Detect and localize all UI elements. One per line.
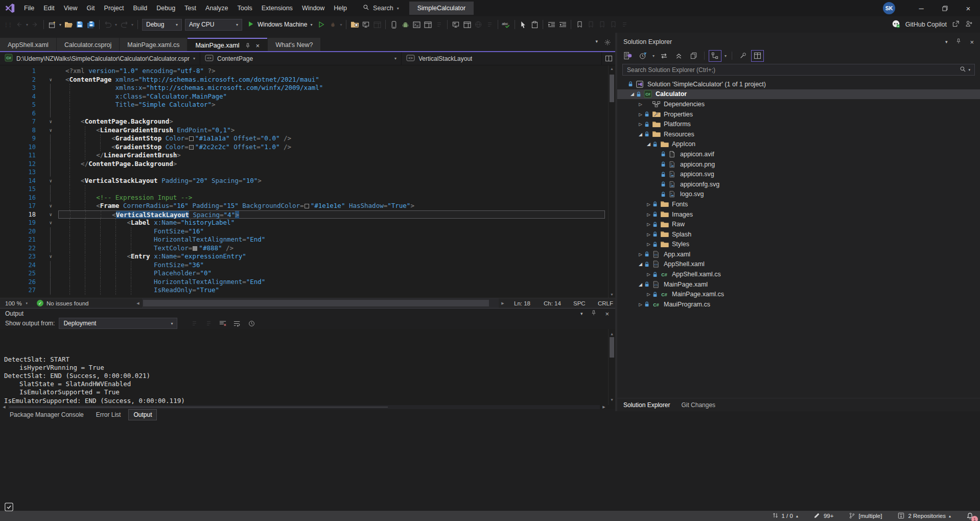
scroll-down-icon[interactable]: ▼ <box>609 293 615 296</box>
unpushed-changes[interactable]: 99+ <box>813 512 834 520</box>
window-preview-icon[interactable] <box>461 19 473 30</box>
expand-icon[interactable]: ▷ <box>645 232 652 237</box>
show-timestamps-icon[interactable] <box>246 318 257 329</box>
tab-what-s-new-[interactable]: What's New? <box>268 38 320 52</box>
track-active-item-icon[interactable] <box>709 50 721 62</box>
output-console[interactable]: ▲ ▼ DetectSlat: START isHyperVRunning = … <box>0 329 615 405</box>
scrollbar-thumb[interactable] <box>610 75 614 102</box>
code-editor[interactable]: 1<?xml version="1.0" encoding="utf-8" ?>… <box>0 65 608 298</box>
tree-item-mauiprogram.cs[interactable]: ▷C#MauiProgram.cs <box>617 299 980 310</box>
live-visual-tree-icon[interactable] <box>360 19 371 30</box>
terminal-window-icon[interactable] <box>411 19 422 30</box>
tree-item-appshell.xaml[interactable]: ◢<>AppShell.xaml <box>617 259 980 270</box>
breadcrumb-member-dropdown[interactable]: <> VerticalStackLayout <box>402 52 602 65</box>
close-icon[interactable]: × <box>605 310 609 318</box>
preview-selected-items-icon[interactable] <box>751 50 764 62</box>
tree-item-appicon[interactable]: ◢AppIcon <box>617 139 980 150</box>
avatar[interactable]: SK <box>883 2 895 14</box>
send-feedback-icon[interactable] <box>965 20 973 29</box>
tab-calculator-csproj[interactable]: Calculator.csproj <box>57 38 119 52</box>
output-vertical-scrollbar[interactable]: ▲ ▼ <box>608 329 615 405</box>
code-line-4[interactable]: 4 x:Class="Calculator.MainPage" <box>0 92 608 101</box>
split-editor-icon[interactable] <box>602 52 615 65</box>
menu-project[interactable]: Project <box>100 0 129 16</box>
clipboard-icon[interactable] <box>529 19 540 30</box>
chevron-down-icon[interactable]: ▾ <box>25 22 30 27</box>
tree-item-styles[interactable]: ▷Styles <box>617 240 980 250</box>
find-in-files-icon[interactable] <box>349 19 360 30</box>
menu-debug[interactable]: Debug <box>152 0 180 16</box>
tab-mainpage-xaml[interactable]: MainPage.xaml× <box>188 38 267 52</box>
fold-collapse-icon[interactable]: ∨ <box>36 177 58 185</box>
panel-tab-solution-explorer[interactable]: Solution Explorer <box>623 401 670 409</box>
scroll-left-icon[interactable]: ◀ <box>0 405 8 409</box>
tree-item-images[interactable]: ▷Images <box>617 209 980 220</box>
tree-item-solution-simplecalculator-1-of-1-project-[interactable]: Solution 'SimpleCalculator' (1 of 1 proj… <box>617 79 980 89</box>
window-position-chevron-icon[interactable]: ▾ <box>580 311 583 316</box>
color-swatch[interactable] <box>193 246 197 251</box>
color-swatch[interactable] <box>189 145 194 150</box>
scrollbar-thumb[interactable] <box>9 407 388 408</box>
format-comment-icon[interactable] <box>557 19 568 30</box>
fold-collapse-icon[interactable]: ∨ <box>36 76 58 84</box>
clear-all-icon[interactable] <box>217 318 228 329</box>
tree-item-appshell.xaml.cs[interactable]: ▷C#AppShell.xaml.cs <box>617 269 980 279</box>
scroll-down-icon[interactable]: ▼ <box>609 396 615 404</box>
code-line-23[interactable]: 23∨ <Entry x:Name="expressionEntry" <box>0 252 608 261</box>
tree-item-dependencies[interactable]: ▷Dependencies <box>617 99 980 109</box>
save-icon[interactable] <box>74 19 85 30</box>
scrollbar-thumb[interactable] <box>143 300 489 306</box>
search-box[interactable]: Search ▾ <box>363 4 399 12</box>
tree-item-calculator[interactable]: ◢C#Calculator <box>617 89 980 100</box>
goto-next-message-icon[interactable] <box>203 318 214 329</box>
scroll-right-icon[interactable]: ▶ <box>499 301 507 305</box>
repositories[interactable]: 2 Repositories▴ <box>897 512 951 520</box>
code-line-8[interactable]: 8∨ <LinearGradientBrush EndPoint="0,1"> <box>0 126 608 135</box>
tree-item-appicon.svg[interactable]: appicon.svg <box>617 169 980 179</box>
code-line-9[interactable]: 9 <GradientStop Color="#1a1a1a" Offset="… <box>0 134 608 143</box>
tree-item-resources[interactable]: ◢Resources <box>617 129 980 139</box>
active-project-chip[interactable]: SimpleCalculator <box>409 2 474 15</box>
tree-item-appicon.avif[interactable]: appicon.avif <box>617 149 980 159</box>
collapse-icon[interactable]: ◢ <box>637 132 644 137</box>
tool-tab-error-list[interactable]: Error List <box>91 410 126 420</box>
code-line-18[interactable]: 18∨ <VerticalStackLayout Spacing="4"> <box>0 210 608 219</box>
code-line-7[interactable]: 7∨ <ContentPage.Background> <box>0 117 608 126</box>
code-line-13[interactable]: 13 <box>0 168 608 177</box>
menu-window[interactable]: Window <box>297 0 329 16</box>
code-line-21[interactable]: 21 HorizontalTextAlignment="End" <box>0 235 608 244</box>
fold-collapse-icon[interactable]: ∨ <box>36 210 58 219</box>
menu-analyze[interactable]: Analyze <box>201 0 232 16</box>
hot-reload-icon[interactable] <box>327 19 338 30</box>
goto-previous-message-icon[interactable] <box>189 318 200 329</box>
sync-with-active-document-icon[interactable] <box>658 50 670 62</box>
editor-vertical-scrollbar[interactable]: ▲ ▼ <box>608 65 615 298</box>
code-line-24[interactable]: 24 FontSize="36" <box>0 261 608 270</box>
undo-icon[interactable] <box>102 19 113 30</box>
format-indent-icon[interactable] <box>546 19 557 30</box>
output-source-select[interactable]: Deployment ▾ <box>59 318 177 329</box>
current-branch[interactable]: [multiple] <box>849 512 882 520</box>
toggle-word-wrap-icon[interactable] <box>231 318 243 329</box>
tree-item-appicon.png[interactable]: appicon.png <box>617 159 980 170</box>
code-line-1[interactable]: 1<?xml version="1.0" encoding="utf-8" ?> <box>0 67 608 76</box>
code-line-22[interactable]: 22 TextColor="#888" /> <box>0 244 608 253</box>
xaml-designer-grid-icon[interactable] <box>371 19 383 30</box>
pin-icon[interactable] <box>245 42 251 49</box>
collapse-icon[interactable]: ◢ <box>637 282 644 287</box>
menu-file[interactable]: File <box>19 0 39 16</box>
solution-platforms-select[interactable]: Any CPU▾ <box>185 19 242 31</box>
code-line-5[interactable]: 5 Title="Simple Calculator"> <box>0 101 608 109</box>
menu-extensions[interactable]: Extensions <box>257 0 297 16</box>
tree-item-appiconfg.svg[interactable]: appiconfg.svg <box>617 179 980 190</box>
publish-web-icon[interactable] <box>473 19 484 30</box>
window-layout-icon[interactable] <box>422 19 433 30</box>
github-copilot-icon[interactable] <box>892 19 900 30</box>
expand-icon[interactable]: ▷ <box>645 242 652 247</box>
fold-collapse-icon[interactable]: ∨ <box>36 117 58 126</box>
chevron-down-icon[interactable]: ▾ <box>113 22 119 27</box>
tool-tab-output[interactable]: Output <box>128 409 157 420</box>
breadcrumb-type-dropdown[interactable]: <> ContentPage ▾ <box>200 52 402 65</box>
close-button[interactable]: × <box>956 0 980 16</box>
tree-item-properties[interactable]: ▷Properties <box>617 109 980 120</box>
